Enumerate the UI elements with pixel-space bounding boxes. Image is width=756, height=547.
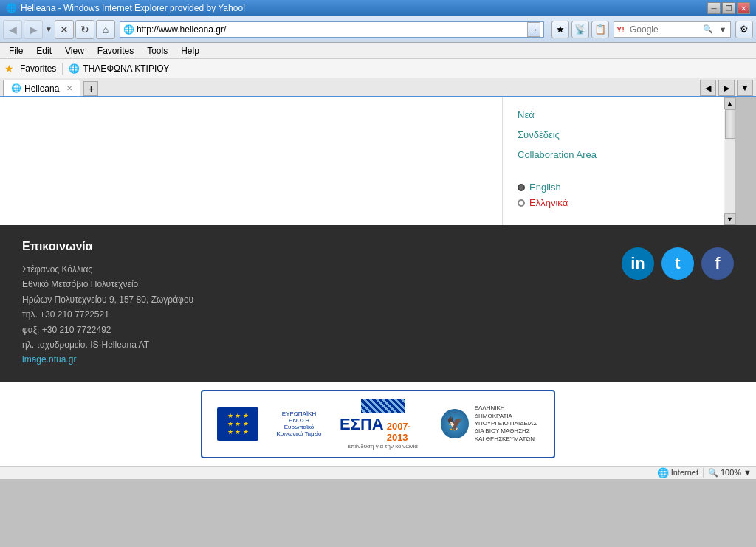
internet-zone: 🌐 Internet: [657, 467, 698, 478]
scroll-thumb[interactable]: [725, 109, 735, 139]
help-menu[interactable]: Help: [175, 44, 205, 58]
file-menu[interactable]: File: [3, 44, 29, 58]
favorites-item-phones[interactable]: 🌐 ΤΗΛΕΦΩΝΑ ΚΤΙΡΙΟΥ: [69, 63, 169, 74]
lang-english-label: English: [529, 182, 561, 193]
stop-button[interactable]: ✕: [55, 20, 74, 39]
language-section: English Ελληνικά: [503, 172, 724, 218]
internet-label: Internet: [671, 468, 698, 477]
window-title: Helleana - Windows Internet Explorer pro…: [21, 3, 245, 13]
tab-scroll-right[interactable]: ▶: [718, 80, 735, 96]
search-bar: Y! 🔍 ▼: [614, 21, 731, 38]
contact-address: Ηρώων Πολυτεχνείου 9, 157 80, Ζωγράφου: [22, 292, 592, 307]
back-button[interactable]: ◀: [3, 20, 22, 39]
facebook-button[interactable]: f: [701, 247, 734, 280]
favorites-star-icon: ★: [4, 63, 14, 75]
footer-dark: Επικοινωνία Στέφανος Κόλλιας Εθνικό Μετσ…: [0, 225, 756, 382]
lang-greek[interactable]: Ελληνικά: [518, 195, 709, 210]
facebook-icon: f: [715, 254, 720, 273]
home-button[interactable]: ⌂: [96, 20, 115, 39]
minimize-button[interactable]: ─: [707, 2, 721, 14]
page-content: Νεά Συνδέδεις Collaboration Area English…: [0, 97, 756, 225]
restore-button[interactable]: ❐: [722, 2, 735, 14]
vertical-scrollbar: ▲ ▼: [724, 97, 735, 225]
tab-bar: 🌐 Helleana ✕ + ◀ ▶ ▼: [0, 78, 756, 97]
nav-icon-group: ★ 📡 📋: [551, 21, 609, 38]
eu-label-text: ΕΥΡΩΠΑΪΚΗ ΕΝΩΣΗΕυρωπαϊκό Κοινωνικό Ταμεί…: [273, 410, 325, 437]
eu-stars: ★ ★ ★★ ★ ★★ ★ ★: [227, 412, 249, 436]
tab-quick-tabs[interactable]: ▼: [737, 80, 753, 96]
refresh-button[interactable]: ↻: [75, 20, 94, 39]
tab-favicon: 🌐: [11, 83, 21, 93]
navigation-bar: ◀ ▶ ▼ ✕ ↻ ⌂ 🌐 → ★ 📡 📋 Y! 🔍 ▼ ⚙: [0, 16, 756, 43]
tools-menu[interactable]: Tools: [141, 44, 173, 58]
window-controls: ─ ❐ ✕: [707, 2, 750, 14]
favorites-label: Favorites: [20, 63, 56, 74]
scroll-track[interactable]: [725, 109, 735, 213]
twitter-icon: t: [675, 254, 680, 273]
url-input[interactable]: [137, 24, 527, 35]
right-nav-panel: Νεά Συνδέδεις Collaboration Area English…: [502, 97, 724, 225]
history-button[interactable]: 📋: [591, 21, 609, 38]
view-menu[interactable]: View: [59, 44, 90, 58]
ministry-logo: 🦅 ΕΛΛΗΝΙΚΗ ΔΗΜΟΚΡΑΤΙΑ ΥΠΟΥΡΓΕΙΟ ΠΑΙΔΕΙΑΣ…: [441, 405, 539, 443]
scroll-down-button[interactable]: ▼: [724, 213, 736, 225]
zoom-dropdown-icon[interactable]: ▼: [743, 468, 752, 477]
lang-english[interactable]: English: [518, 179, 709, 195]
twitter-button[interactable]: t: [662, 247, 694, 280]
nav-dropdown[interactable]: ▼: [44, 25, 53, 33]
favorites-menu[interactable]: Favorites: [92, 44, 140, 58]
eu-banner: ★ ★ ★★ ★ ★★ ★ ★ ΕΥΡΩΠΑΪΚΗ ΕΝΩΣΗΕυρωπαϊκό…: [201, 390, 555, 458]
contact-fax: φαξ. +30 210 7722492: [22, 323, 592, 337]
nav-item-connected[interactable]: Συνδέδεις: [503, 125, 724, 145]
footer-contact: Επικοινωνία Στέφανος Κόλλιας Εθνικό Μετσ…: [22, 240, 592, 368]
title-bar: 🌐 Helleana - Windows Internet Explorer p…: [0, 0, 756, 16]
search-button[interactable]: 🔍: [701, 22, 715, 37]
lang-english-bullet: [518, 184, 525, 191]
favorites-separator: [62, 63, 63, 75]
menu-bar: File Edit View Favorites Tools Help: [0, 43, 756, 59]
contact-website[interactable]: image.ntua.gr: [22, 352, 592, 367]
lang-greek-bullet: [518, 199, 525, 207]
contact-phone: τηλ. +30 210 7722521: [22, 307, 592, 322]
page-icon: 🌐: [123, 24, 134, 35]
zoom-section: 🔍 100% ▼: [703, 468, 752, 478]
tab-scroll-left[interactable]: ◀: [700, 80, 716, 96]
search-input[interactable]: [627, 24, 701, 35]
contact-name: Στέφανος Κόλλιας: [22, 262, 592, 277]
footer-social: in t f: [622, 240, 734, 280]
content-area: Νεά Συνδέδεις Collaboration Area English…: [0, 97, 756, 466]
linkedin-button[interactable]: in: [622, 247, 654, 280]
tab-controls: ◀ ▶ ▼: [700, 80, 753, 96]
tools-icon-button[interactable]: ⚙: [735, 21, 753, 38]
forward-button[interactable]: ▶: [24, 20, 43, 39]
feeds-button[interactable]: 📡: [571, 21, 589, 38]
new-tab-button[interactable]: +: [83, 81, 98, 96]
browser-icon: 🌐: [6, 3, 17, 13]
lang-greek-label: Ελληνικά: [529, 197, 568, 208]
edit-menu[interactable]: Edit: [30, 44, 58, 58]
zoom-level: 100%: [721, 468, 741, 477]
scroll-up-button[interactable]: ▲: [724, 97, 736, 109]
footer-eu: ★ ★ ★★ ★ ★★ ★ ★ ΕΥΡΩΠΑΪΚΗ ΕΝΩΣΗΕυρωπαϊκό…: [0, 382, 756, 466]
fav-item-icon: 🌐: [69, 63, 80, 74]
fav-item-label: ΤΗΛΕΦΩΝΑ ΚΤΙΡΙΟΥ: [83, 63, 169, 74]
espa-subtitle: επένδυση για την κοινωνία: [348, 443, 418, 450]
go-button[interactable]: →: [527, 22, 540, 37]
zoom-icon: 🔍: [708, 468, 718, 478]
nav-item-collaboration[interactable]: Collaboration Area: [503, 145, 724, 165]
globe-icon: 🌐: [657, 467, 669, 478]
nav-item-news[interactable]: Νεά: [503, 105, 724, 125]
status-right: 🌐 Internet 🔍 100% ▼: [657, 467, 752, 478]
espa-year: 2007-2013: [387, 421, 427, 443]
favorites-button[interactable]: ★: [551, 21, 569, 38]
espa-text: ΕΣΠΑ: [340, 415, 384, 434]
search-dropdown[interactable]: ▼: [715, 22, 730, 37]
espa-waves: [361, 399, 405, 413]
tab-close-icon[interactable]: ✕: [66, 84, 72, 92]
tab-helleana[interactable]: 🌐 Helleana ✕: [3, 80, 80, 96]
favorites-bar: ★ Favorites 🌐 ΤΗΛΕΦΩΝΑ ΚΤΙΡΙΟΥ: [0, 59, 756, 78]
close-button[interactable]: ✕: [737, 2, 750, 14]
contact-org: Εθνικό Μετσόβιο Πολυτεχνείο: [22, 277, 592, 292]
espa-logo: ΕΣΠΑ 2007-2013 επένδυση για την κοινωνία: [340, 399, 426, 450]
eu-flag: ★ ★ ★★ ★ ★★ ★ ★: [217, 407, 258, 441]
